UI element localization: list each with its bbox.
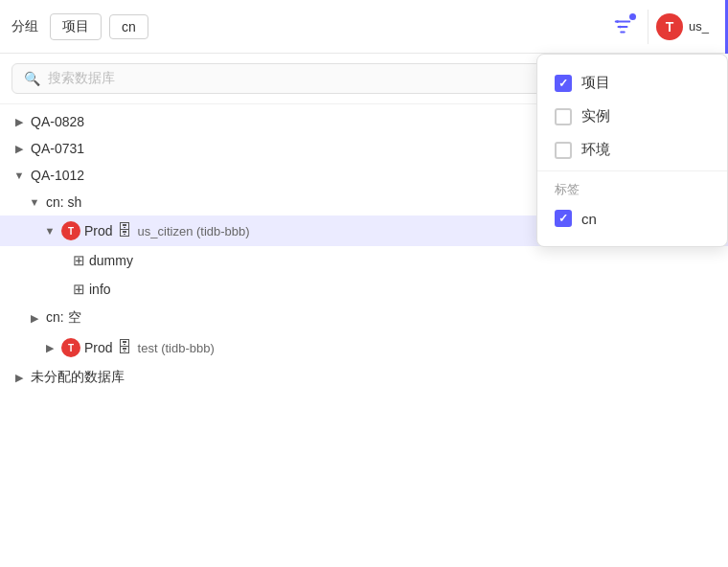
group-label: 分组 xyxy=(11,18,38,35)
cluster-sublabel: test (tidb-bbb) xyxy=(138,341,215,355)
database-icon: 🗄 xyxy=(117,222,132,239)
svg-point-3 xyxy=(616,20,619,23)
checkbox-instance[interactable] xyxy=(555,108,572,125)
caret-icon xyxy=(27,194,42,210)
node-label: QA-0731 xyxy=(31,141,84,156)
filter-item-label: 环境 xyxy=(581,141,610,159)
tree-node-prod-test[interactable]: T Prod 🗄 test (tidb-bbb) xyxy=(0,332,728,363)
cluster-label: Prod xyxy=(84,340,113,355)
filter-item-project[interactable]: 项目 xyxy=(537,66,727,100)
caret-icon xyxy=(27,310,42,326)
node-label: cn: 空 xyxy=(46,309,81,327)
dropdown-divider xyxy=(537,170,727,171)
cluster-sublabel: us_citizen (tidb-bbb) xyxy=(138,224,250,238)
top-bar: 分组 项目 cn T us_ xyxy=(0,0,728,54)
node-label: QA-0828 xyxy=(31,114,84,129)
tidb-icon: T xyxy=(61,221,80,240)
svg-point-4 xyxy=(619,25,622,28)
tag-section-label: 标签 xyxy=(537,175,727,202)
logo-icon: T xyxy=(656,13,683,40)
logo-text: us_ xyxy=(689,19,709,34)
tidb-icon: T xyxy=(61,338,80,357)
filter-dropdown: 项目 实例 环境 标签 cn xyxy=(536,54,728,247)
cluster-label: Prod xyxy=(84,223,113,238)
caret-icon xyxy=(42,223,57,238)
table-icon: ⊞ xyxy=(73,281,85,298)
tree-node-unassigned[interactable]: 未分配的数据库 xyxy=(0,363,728,392)
tree-node-dummy[interactable]: ⊞ dummy xyxy=(0,246,728,275)
node-label: 未分配的数据库 xyxy=(31,369,125,386)
tree-node-info[interactable]: ⊞ info xyxy=(0,275,728,304)
filter-item-label: 实例 xyxy=(581,107,610,125)
node-label: cn: sh xyxy=(46,194,81,210)
tag-button-project[interactable]: 项目 xyxy=(50,13,102,40)
caret-icon xyxy=(11,168,27,183)
filter-item-instance[interactable]: 实例 xyxy=(537,100,727,133)
filter-item-environment[interactable]: 环境 xyxy=(537,133,727,167)
node-label: dummy xyxy=(89,253,133,268)
search-placeholder: 搜索数据库 xyxy=(48,70,115,87)
checkbox-environment[interactable] xyxy=(555,142,572,159)
table-icon: ⊞ xyxy=(73,252,85,269)
caret-icon xyxy=(11,114,27,129)
tree-node-cn-empty[interactable]: cn: 空 xyxy=(0,304,728,332)
tag-button-cn[interactable]: cn xyxy=(109,14,148,39)
filter-active-indicator xyxy=(629,13,636,20)
database-icon: 🗄 xyxy=(117,339,132,356)
caret-icon xyxy=(11,141,27,156)
logo-area[interactable]: T us_ xyxy=(648,10,717,44)
filter-button[interactable] xyxy=(605,10,640,44)
filter-item-label: 项目 xyxy=(581,74,610,92)
filter-item-cn-tag[interactable]: cn xyxy=(537,202,727,235)
filter-item-label: cn xyxy=(581,211,597,227)
checkbox-project[interactable] xyxy=(555,75,572,92)
search-icon: 🔍 xyxy=(24,71,40,86)
caret-icon xyxy=(42,340,57,355)
node-label: QA-1012 xyxy=(31,168,84,183)
checkbox-cn-tag[interactable] xyxy=(555,210,572,227)
caret-icon xyxy=(11,370,27,385)
node-label: info xyxy=(89,282,111,297)
